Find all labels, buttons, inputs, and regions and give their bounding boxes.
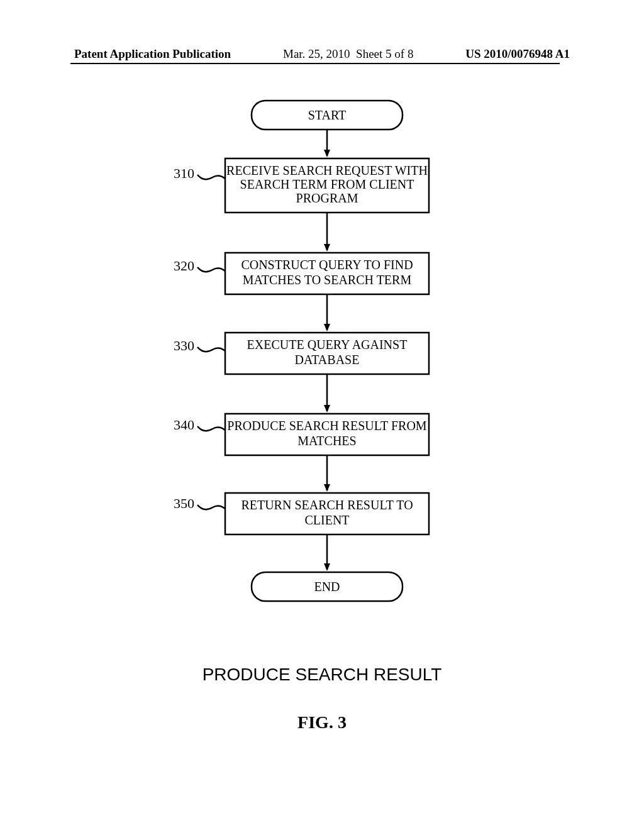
process-320-line1: CONSTRUCT QUERY TO FIND	[241, 258, 413, 272]
terminator-end: END	[252, 572, 402, 601]
process-310-line3: PROGRAM	[296, 191, 358, 205]
leader-330	[197, 347, 225, 351]
refnum-310: 310	[174, 165, 194, 181]
process-310-line1: RECEIVE SEARCH REQUEST WITH	[226, 163, 428, 177]
terminator-start: START	[252, 101, 402, 130]
process-350-line1: RETURN SEARCH RESULT TO	[241, 498, 413, 512]
refnum-350: 350	[174, 495, 194, 511]
flowchart-svg: START RECEIVE SEARCH REQUEST WITH SEARCH…	[0, 0, 644, 830]
leader-310	[197, 175, 225, 179]
figure-caption: PRODUCE SEARCH RESULT	[203, 665, 442, 684]
figure-label: FIG. 3	[297, 712, 347, 732]
leader-350	[197, 505, 225, 509]
process-330-line1: EXECUTE QUERY AGAINST	[247, 338, 408, 351]
refnum-320: 320	[174, 258, 194, 274]
process-350-line2: CLIENT	[304, 513, 349, 527]
process-320-line2: MATCHES TO SEARCH TERM	[243, 273, 412, 287]
leader-340	[197, 426, 225, 431]
refnum-330: 330	[174, 338, 194, 353]
end-label: END	[314, 580, 340, 594]
process-340-line2: MATCHES	[297, 434, 356, 448]
process-310-line2: SEARCH TERM FROM CLIENT	[240, 177, 414, 191]
leader-320	[197, 267, 225, 272]
start-label: START	[308, 108, 347, 122]
process-340-line1: PRODUCE SEARCH RESULT FROM	[227, 419, 427, 433]
refnum-340: 340	[174, 417, 194, 433]
process-330-line2: DATABASE	[295, 353, 360, 367]
